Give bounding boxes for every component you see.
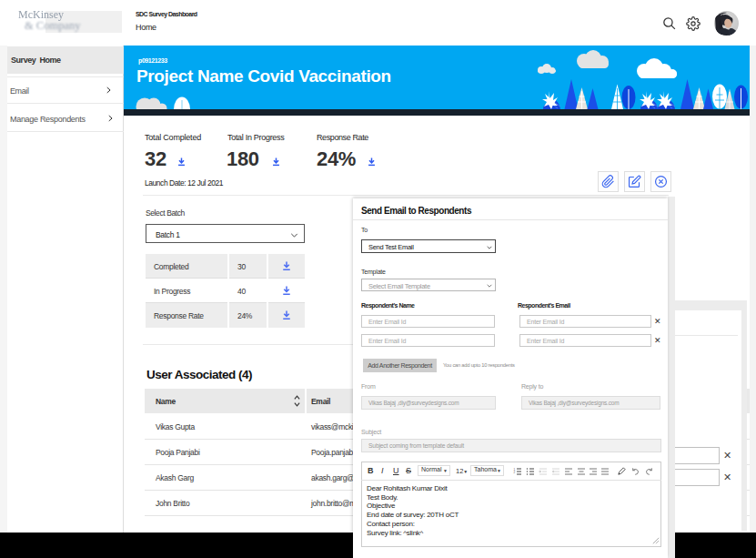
svg-text:2: 2 [514, 470, 516, 473]
